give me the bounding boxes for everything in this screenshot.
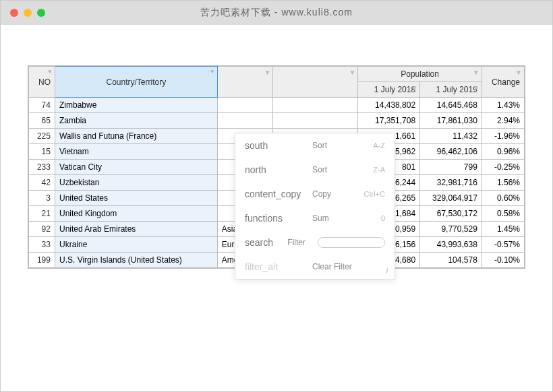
close-icon[interactable]	[10, 9, 18, 17]
menu-sort-asc[interactable]: south Sort A-Z	[235, 133, 395, 158]
south-icon: south	[245, 140, 305, 151]
menu-sort-desc[interactable]: north Sort Z-A	[235, 158, 395, 182]
cell-2018[interactable]: 14,438,802	[358, 98, 420, 113]
maximize-icon[interactable]	[37, 9, 45, 17]
window-controls	[10, 9, 45, 17]
titlebar: 苦力吧素材下载 - www.kuli8.com	[1, 1, 552, 25]
header-change[interactable]: Change▼	[482, 67, 524, 98]
copy-icon: content_copy	[245, 189, 305, 199]
header-2018[interactable]: 1 July 2018▼	[358, 82, 420, 98]
cell-change[interactable]: 2.94%	[482, 113, 524, 129]
cell-no[interactable]: 225	[29, 129, 55, 144]
header-no[interactable]: NO▼	[29, 67, 55, 98]
filter-alt-icon: filter_alt	[245, 261, 305, 272]
cell-change[interactable]: 0.96%	[482, 144, 524, 160]
cell-2019[interactable]: 17,861,030	[420, 113, 482, 129]
cell-subregion[interactable]	[273, 98, 358, 113]
menu-sum[interactable]: functions Sum 0	[235, 206, 395, 230]
cell-change[interactable]: 1.56%	[482, 175, 524, 191]
menu-clear-filter: filter_alt Clear Filter	[235, 255, 395, 279]
minimize-icon[interactable]	[24, 9, 32, 17]
cell-2018[interactable]: 17,351,708	[358, 113, 420, 129]
window-title: 苦力吧素材下载 - www.kuli8.com	[200, 7, 353, 19]
cell-country[interactable]: United States	[55, 191, 217, 206]
cell-change[interactable]: -0.57%	[482, 237, 524, 253]
cell-country[interactable]: Ukraine	[55, 237, 217, 253]
cell-no[interactable]: 92	[29, 222, 55, 237]
cell-2019[interactable]: 799	[420, 160, 482, 175]
cell-2019[interactable]: 329,064,917	[420, 191, 482, 206]
cell-2019[interactable]: 11,432	[420, 129, 482, 144]
cell-country[interactable]: Zimbabwe	[55, 98, 217, 113]
sort-icon: ▼	[47, 69, 53, 75]
cell-no[interactable]: 74	[29, 98, 55, 113]
cell-2019[interactable]: 32,981,716	[420, 175, 482, 191]
header-subregion[interactable]: ▼	[273, 67, 358, 98]
cell-no[interactable]: 233	[29, 160, 55, 175]
header-country[interactable]: Country/Territory↑▼	[55, 67, 217, 98]
cell-country[interactable]: Vietnam	[55, 144, 217, 160]
app-window: 苦力吧素材下载 - www.kuli8.com NO▼ Country/Terr…	[0, 0, 553, 392]
context-menu: south Sort A-Z north Sort Z-A content_co…	[235, 133, 395, 280]
header-region[interactable]: ▼	[217, 67, 273, 98]
cell-country[interactable]: United Arab Emirates	[55, 222, 217, 237]
filter-icon: ▼	[515, 69, 522, 76]
cell-no[interactable]: 199	[29, 253, 55, 268]
cell-change[interactable]: 0.60%	[482, 191, 524, 206]
cell-2019[interactable]: 14,645,468	[420, 98, 482, 113]
header-population[interactable]: Population▼	[358, 67, 482, 82]
search-icon: search	[245, 237, 281, 248]
cell-2019[interactable]: 9,770,529	[420, 222, 482, 237]
cell-no[interactable]: 21	[29, 206, 55, 222]
functions-icon: functions	[245, 213, 305, 224]
menu-filter[interactable]: search Filter	[235, 230, 395, 255]
table-row[interactable]: 74Zimbabwe14,438,80214,645,4681.43%	[29, 98, 525, 113]
cell-change[interactable]: 1.45%	[482, 222, 524, 237]
north-icon: north	[245, 164, 305, 175]
cell-country[interactable]: Uzbekistan	[55, 175, 217, 191]
cell-no[interactable]: 15	[29, 144, 55, 160]
content-area: NO▼ Country/Territory↑▼ ▼ ▼ Population▼ …	[1, 25, 552, 391]
menu-copy[interactable]: content_copy Copy Ctrl+C	[235, 182, 395, 206]
filter-icon: ▼	[349, 69, 355, 76]
cell-2019[interactable]: 104,578	[420, 253, 482, 268]
cell-country[interactable]: Wallis and Futuna (France)	[55, 129, 217, 144]
info-icon[interactable]: i	[386, 267, 388, 275]
cell-country[interactable]: Zambia	[55, 113, 217, 129]
cell-country[interactable]: Vatican City	[55, 160, 217, 175]
cell-no[interactable]: 42	[29, 175, 55, 191]
cell-subregion[interactable]	[273, 113, 358, 129]
cell-2019[interactable]: 96,462,106	[420, 144, 482, 160]
filter-input[interactable]	[318, 237, 385, 248]
cell-country[interactable]: U.S. Virgin Islands (United States)	[55, 253, 217, 268]
cell-no[interactable]: 33	[29, 237, 55, 253]
cell-region[interactable]	[217, 98, 273, 113]
header-2019[interactable]: 1 July 2019▼	[420, 82, 482, 98]
filter-icon: ▼	[411, 84, 417, 92]
filter-icon: ▼	[473, 84, 479, 92]
cell-change[interactable]: 0.58%	[482, 206, 524, 222]
filter-icon: ▼	[264, 69, 270, 76]
cell-country[interactable]: United Kingdom	[55, 206, 217, 222]
cell-region[interactable]	[217, 113, 273, 129]
cell-no[interactable]: 3	[29, 191, 55, 206]
cell-no[interactable]: 65	[29, 113, 55, 129]
filter-icon: ▼	[473, 69, 479, 76]
sort-icon: ↑▼	[207, 69, 215, 75]
cell-change[interactable]: 1.43%	[482, 98, 524, 113]
cell-change[interactable]: -1.96%	[482, 129, 524, 144]
cell-change[interactable]: -0.25%	[482, 160, 524, 175]
cell-2019[interactable]: 67,530,172	[420, 206, 482, 222]
cell-2019[interactable]: 43,993,638	[420, 237, 482, 253]
cell-change[interactable]: -0.10%	[482, 253, 524, 268]
table-row[interactable]: 65Zambia17,351,70817,861,0302.94%	[29, 113, 525, 129]
